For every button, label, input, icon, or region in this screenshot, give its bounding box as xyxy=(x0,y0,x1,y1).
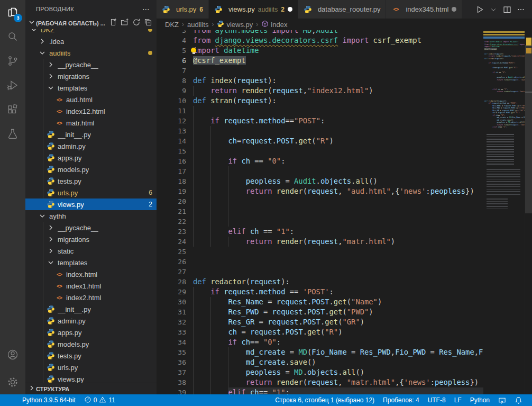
more-actions-icon[interactable] xyxy=(515,4,527,15)
tree-item-models.py[interactable]: models.py xyxy=(25,164,157,175)
settings-gear-icon[interactable] xyxy=(0,370,25,394)
code-line-39[interactable]: 39 elif ch== "1": xyxy=(157,387,483,394)
code-line-5[interactable]: 5import datetime xyxy=(157,46,483,56)
code-line-7[interactable]: 7 xyxy=(157,66,483,76)
refresh-icon[interactable] xyxy=(132,18,141,29)
run-button[interactable] xyxy=(474,4,485,15)
code-line-27[interactable]: 27 xyxy=(157,267,483,277)
chevron-down-icon[interactable] xyxy=(47,84,55,92)
code-line-16[interactable]: 16 if ch == "0": xyxy=(157,156,483,166)
code-line-18[interactable]: 18 peopless = Audit.objects.all() xyxy=(157,176,483,186)
tree-item-.idea[interactable]: .idea xyxy=(25,35,157,47)
code-line-4[interactable]: 4from django.views.decorators.csrf impor… xyxy=(157,35,483,46)
breadcrumb-item-index[interactable]: index xyxy=(261,20,287,29)
breadcrumb-item-views.py[interactable]: views.py xyxy=(217,20,253,29)
code-line-38[interactable]: 38 return render(request, "matr.html",{'… xyxy=(157,377,483,387)
chevron-down-icon[interactable] xyxy=(27,18,36,29)
tree-item-migrations[interactable]: migrations xyxy=(25,233,157,245)
code-line-20[interactable]: 20 xyxy=(157,196,483,206)
code-line-23[interactable]: 23 elif ch == "1": xyxy=(157,227,483,237)
overview-ruler[interactable] xyxy=(525,30,532,394)
tree-item-apps.py[interactable]: apps.py xyxy=(25,327,157,338)
tree-item-matr.html[interactable]: <>matr.html xyxy=(25,117,157,129)
code-line-13[interactable]: 13 xyxy=(157,126,483,136)
tree-item-tests.py[interactable]: tests.py xyxy=(25,175,157,187)
tab-index345.html[interactable]: <>index345.html xyxy=(386,0,462,19)
problems-indicator[interactable]: 0 11 xyxy=(80,394,120,406)
code-line-3[interactable]: 3from aythh.models import MD,Audit xyxy=(157,30,483,35)
python-interpreter[interactable]: Python 3.9.5 64-bit xyxy=(18,394,80,406)
tree-item-urls.py[interactable]: urls.py6 xyxy=(25,187,157,199)
code-line-26[interactable]: 26 xyxy=(157,257,483,267)
tree-item-audiiits[interactable]: audiiits xyxy=(25,47,157,59)
tree-item-index.html[interactable]: <>index.html xyxy=(25,268,157,280)
tree-item-templates[interactable]: templates xyxy=(25,82,157,94)
tree-item-index12.html[interactable]: <>index12.html xyxy=(25,105,157,117)
tree-item-aud.html[interactable]: <>aud.html xyxy=(25,94,157,105)
chevron-down-icon[interactable] xyxy=(47,258,55,267)
split-editor-icon[interactable] xyxy=(501,4,513,15)
code-line-8[interactable]: 8def index(request): xyxy=(157,76,483,86)
code-line-37[interactable]: 37 peopless = MD.objects.all() xyxy=(157,367,483,377)
code-line-31[interactable]: 31 Res_PWD = request.POST.get("PWD") xyxy=(157,307,483,317)
tree-item-__init__.py[interactable]: __init__.py xyxy=(25,303,157,315)
tree-item-__init__.py[interactable]: __init__.py xyxy=(25,129,157,140)
code-line-15[interactable]: 15 xyxy=(157,146,483,156)
tab-views.py[interactable]: views.pyaudiiits2 xyxy=(209,0,298,19)
code-line-36[interactable]: 36 md_create.save() xyxy=(157,357,483,367)
source-control-icon[interactable] xyxy=(0,49,25,73)
tree-item-aythh[interactable]: aythh xyxy=(25,210,157,222)
new-folder-icon[interactable] xyxy=(121,18,129,29)
tree-item-urls.py[interactable]: urls.py xyxy=(25,362,157,373)
feedback-icon[interactable] xyxy=(494,394,510,406)
code-line-32[interactable]: 32 Res_GR = request.POST.get("GR") xyxy=(157,317,483,327)
explorer-icon[interactable]: 3 xyxy=(0,0,25,24)
language-mode[interactable]: Python xyxy=(466,394,494,406)
tree-item-views.py[interactable]: views.py2 xyxy=(25,199,157,210)
modified-dot[interactable] xyxy=(288,7,292,12)
chevron-right-icon[interactable] xyxy=(47,60,55,69)
testing-icon[interactable] xyxy=(0,122,25,146)
tree-item-__pycache__[interactable]: __pycache__ xyxy=(25,222,157,233)
code-line-10[interactable]: 10def stran(request): xyxy=(157,96,483,106)
code-line-14[interactable]: 14 ch=request.POST.get("R") xyxy=(157,136,483,146)
tree-item-templates[interactable]: templates xyxy=(25,257,157,268)
code-line-11[interactable]: 11 xyxy=(157,106,483,116)
outline-section-header[interactable]: СТРУКТУРА xyxy=(25,383,157,394)
code-line-6[interactable]: 6@csrf_exempt xyxy=(157,56,483,66)
code-line-29[interactable]: 29 if request.method == 'POST': xyxy=(157,287,483,297)
minimap[interactable]: from aythh.models import MD,Auditfrom dj… xyxy=(483,30,525,394)
chevron-down-icon[interactable] xyxy=(38,49,47,57)
eol-sequence[interactable]: LF xyxy=(450,394,466,406)
tree-item-index1.html[interactable]: <>index1.html xyxy=(25,280,157,292)
code-line-9[interactable]: 9 return render(request,"index12.html") xyxy=(157,86,483,96)
tree-item-__pycache__[interactable]: __pycache__ xyxy=(25,59,157,70)
collapse-all-icon[interactable] xyxy=(144,18,152,29)
code-line-24[interactable]: 24 return render(request,"matr.html") xyxy=(157,237,483,247)
tree-item-models.py[interactable]: models.py xyxy=(25,338,157,350)
tree-item-static[interactable]: static xyxy=(25,245,157,257)
chevron-right-icon[interactable] xyxy=(38,37,47,46)
run-dropdown-icon[interactable] xyxy=(488,4,499,15)
code-line-33[interactable]: 33 ch = request.POST.get("R") xyxy=(157,327,483,337)
tree-item-apps.py[interactable]: apps.py xyxy=(25,152,157,164)
indentation[interactable]: Пробелов: 4 xyxy=(379,394,424,406)
tree-item-index2.html[interactable]: <>index2.html xyxy=(25,292,157,303)
workspace-section-header[interactable]: (РАБОЧАЯ ОБЛАСТЬ) ... xyxy=(25,17,157,29)
tree-item-admin.py[interactable]: admin.py xyxy=(25,140,157,152)
encoding[interactable]: UTF-8 xyxy=(424,394,450,406)
chevron-right-icon[interactable] xyxy=(47,235,55,243)
explorer-more-actions-icon[interactable]: ⋯ xyxy=(142,5,150,13)
code-line-21[interactable]: 21 xyxy=(157,206,483,216)
chevron-right-icon[interactable] xyxy=(47,223,55,232)
cursor-position[interactable]: Строка 6, столбец 1 (выбрано 12) xyxy=(271,394,379,406)
chevron-right-icon[interactable] xyxy=(27,384,36,394)
tree-item-admin.py[interactable]: admin.py xyxy=(25,315,157,327)
run-and-debug-icon[interactable] xyxy=(0,73,25,97)
code-line-30[interactable]: 30 Res_Name = request.POST.get("Name") xyxy=(157,297,483,307)
search-icon[interactable] xyxy=(0,24,25,49)
code-line-22[interactable]: 22 xyxy=(157,216,483,227)
code-line-17[interactable]: 17 xyxy=(157,166,483,176)
scrollbar-thumb[interactable] xyxy=(525,45,532,213)
code-line-12[interactable]: 12 if request.method=="POST": xyxy=(157,116,483,126)
